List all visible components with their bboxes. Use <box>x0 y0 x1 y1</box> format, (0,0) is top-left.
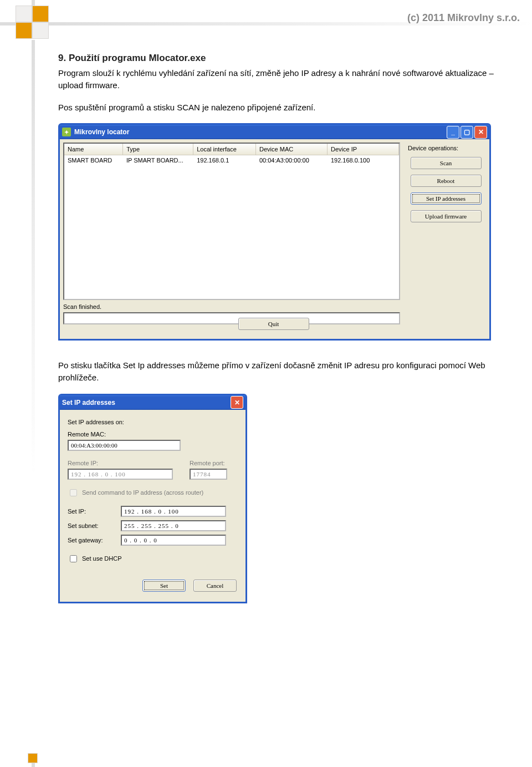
set-ip-button[interactable]: Set IP addresses <box>411 192 482 205</box>
label-remote-port: Remote port: <box>190 460 227 466</box>
label-set-ip: Set IP: <box>68 508 121 515</box>
section-heading: 9. Použití programu Mlocator.exe <box>58 53 515 64</box>
cell-iface: 192.168.0.1 <box>193 155 256 165</box>
label-remote-ip: Remote IP: <box>68 460 173 466</box>
cell-type: IP SMART BOARD... <box>123 155 193 165</box>
paragraph: Pos spuštění programů a stisku SCAN je n… <box>58 101 515 114</box>
app-icon: ✦ <box>62 128 71 136</box>
upload-firmware-button[interactable]: Upload firmware <box>411 210 482 222</box>
paragraph: Program slouží k rychlému vyhledání zaří… <box>58 67 515 92</box>
set-ip-dialog: Set IP addresses ✕ Set IP addresses on: … <box>58 394 247 603</box>
paragraph: Po stisku tlačítka Set Ip addresses může… <box>58 359 515 384</box>
close-button[interactable]: ✕ <box>474 126 487 139</box>
window-title: Mikrovlny locator <box>74 128 446 136</box>
device-list[interactable]: Name Type Local interface Device MAC Dev… <box>63 143 400 300</box>
remote-mac-input[interactable] <box>68 440 181 451</box>
checkbox-label: Set use DHCP <box>82 555 122 562</box>
status-text: Scan finished. <box>63 302 486 311</box>
remote-ip-input: 192 . 168 . 0 . 100 <box>68 469 173 480</box>
cell-name: SMART BOARD <box>64 155 123 165</box>
send-to-ip-checkbox: Send command to IP address (across route… <box>68 487 238 498</box>
checkbox-label: Send command to IP address (across route… <box>82 489 203 496</box>
set-button[interactable]: Set <box>142 580 186 592</box>
cell-mac: 00:04:A3:00:00:00 <box>256 155 328 165</box>
use-dhcp-checkbox[interactable]: Set use DHCP <box>68 553 238 564</box>
minimize-button[interactable]: _ <box>447 126 459 139</box>
window-titlebar[interactable]: Set IP addresses ✕ <box>60 395 245 410</box>
set-subnet-input[interactable]: 255 . 255 . 255 . 0 <box>121 520 226 531</box>
label-remote-mac: Remote MAC: <box>68 431 238 438</box>
close-button[interactable]: ✕ <box>231 396 243 409</box>
locator-window: ✦ Mikrovlny locator _ ▢ ✕ Name Type Loca… <box>58 123 491 341</box>
cell-ip: 192.168.0.100 <box>328 155 399 165</box>
set-gateway-input[interactable]: 0 . 0 . 0 . 0 <box>121 535 226 546</box>
list-row[interactable]: SMART BOARD IP SMART BOARD... 192.168.0.… <box>64 155 399 165</box>
maximize-button[interactable]: ▢ <box>461 126 473 139</box>
col-name[interactable]: Name <box>64 144 123 155</box>
decorative-line <box>32 40 35 761</box>
checkbox-icon <box>70 489 77 496</box>
checkbox-icon[interactable] <box>70 555 77 562</box>
list-header: Name Type Local interface Device MAC Dev… <box>64 144 399 155</box>
copyright: (c) 2011 Mikrovlny s.r.o. <box>407 12 520 24</box>
quit-button[interactable]: Quit <box>238 318 309 330</box>
operations-panel: Device operations: Scan Reboot Set IP ad… <box>403 143 486 300</box>
label-set-gateway: Set gateway: <box>68 537 121 543</box>
set-ip-input[interactable]: 192 . 168 . 0 . 100 <box>121 506 226 517</box>
reboot-button[interactable]: Reboot <box>411 175 482 187</box>
scan-button[interactable]: Scan <box>411 157 482 169</box>
logo-squares <box>16 6 49 39</box>
label-on: Set IP addresses on: <box>68 419 238 425</box>
cancel-button[interactable]: Cancel <box>193 580 237 592</box>
window-title: Set IP addresses <box>62 399 229 407</box>
window-titlebar[interactable]: ✦ Mikrovlny locator _ ▢ ✕ <box>60 125 489 139</box>
label-set-subnet: Set subnet: <box>68 522 121 529</box>
col-ip[interactable]: Device IP <box>328 144 399 155</box>
remote-port-input: 17784 <box>190 469 227 480</box>
col-mac[interactable]: Device MAC <box>256 144 328 155</box>
operations-label: Device operations: <box>408 145 484 151</box>
decorative-line <box>0 22 16 26</box>
logo-square-bottom <box>28 753 38 763</box>
col-type[interactable]: Type <box>123 144 193 155</box>
col-iface[interactable]: Local interface <box>193 144 256 155</box>
